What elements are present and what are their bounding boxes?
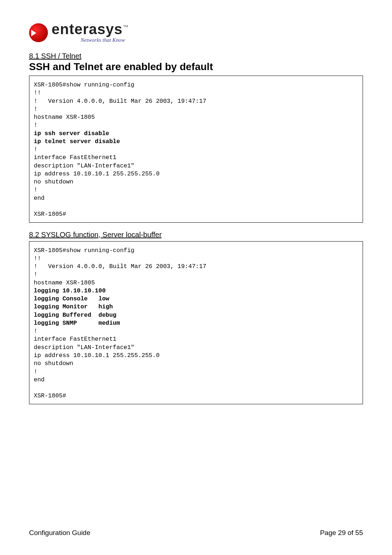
brand-name: enterasys™ [52,22,129,36]
page-footer: Configuration Guide Page 29 of 55 [29,529,363,537]
code-line-bold: logging Monitor high [34,303,113,310]
code-line: ! [34,368,37,375]
section-8-1-title: SSH and Telnet are enabled by default [29,61,363,73]
code-line: hostname XSR-1805 [34,279,95,286]
code-line: XSR-1805#show running-config [34,81,134,88]
code-line-bold: logging Console low [34,295,109,302]
enterasys-logo-icon [29,23,48,42]
code-line: ! Version 4.0.0.0, Built Mar 26 2003, 19… [34,98,206,105]
code-line-bold: ip telnet server disable [34,138,120,145]
code-line-bold: logging SNMP medium [34,320,120,327]
code-line: ip address 10.10.10.1 255.255.255.0 [34,352,160,359]
code-line-bold: ip ssh server disable [34,130,109,137]
code-block-ssh-telnet: XSR-1805#show running-config !! ! Versio… [29,76,363,223]
footer-left: Configuration Guide [29,529,90,537]
arrow-icon [31,30,36,36]
code-line: !! [34,255,41,262]
code-line: ! [34,328,37,335]
code-line: ip address 10.10.10.1 255.255.255.0 [34,170,160,177]
code-line: interface FastEthernet1 [34,154,117,161]
code-line: description "LAN-Interface1" [34,344,134,351]
code-line-bold: logging Buffered debug [34,312,117,319]
code-line: ! [34,146,37,153]
logo: enterasys™ Networks that Know [29,22,363,43]
code-line: ! [34,122,37,129]
section-8-2-label: 8.2 SYSLOG function, Server local-buffer [29,231,363,239]
code-line: ! [34,106,37,113]
code-line: interface FastEthernet1 [34,336,117,343]
section-8-1-label: 8.1 SSH / Telnet [29,52,363,60]
code-line-bold: logging 10.10.10.100 [34,287,106,294]
footer-right: Page 29 of 55 [320,529,363,537]
code-line: no shutdown [34,360,73,367]
code-line: description "LAN-Interface1" [34,162,134,169]
code-line: no shutdown [34,178,73,185]
logo-text: enterasys™ Networks that Know [52,22,129,43]
code-line: ! Version 4.0.0.0, Built Mar 26 2003, 19… [34,263,206,270]
code-block-syslog: XSR-1805#show running-config !! ! Versio… [29,241,363,404]
code-line: end [34,376,45,383]
code-line: ! [34,271,37,278]
code-line: XSR-1805# [34,211,66,218]
code-line: !! [34,89,41,96]
code-line: XSR-1805#show running-config [34,247,134,254]
brand-tagline: Networks that Know [81,37,129,43]
code-line: end [34,195,45,202]
code-line: hostname XSR-1805 [34,114,95,121]
code-line: XSR-1805# [34,392,66,399]
code-line: ! [34,186,37,193]
